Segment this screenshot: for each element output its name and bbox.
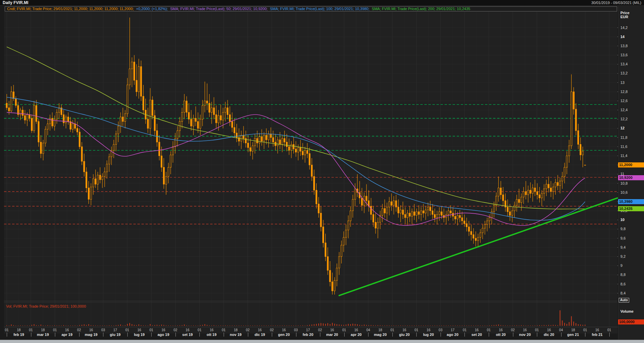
chart-canvas[interactable] (0, 0, 644, 343)
candle-body (33, 105, 35, 131)
x-month-label: lug 19 (134, 333, 145, 337)
price-tick-label: 11,6 (620, 145, 627, 149)
candle-body (99, 175, 101, 180)
candle-body (395, 201, 397, 207)
candle-body (500, 188, 502, 195)
x-month-label: giu 20 (399, 333, 410, 337)
candle-body (159, 142, 160, 156)
candle-body (42, 143, 44, 153)
candle-body (548, 184, 549, 188)
candle-body (234, 127, 235, 133)
candle-body (106, 164, 107, 172)
price-tick-label: 9 (620, 264, 622, 268)
x-month-separator (585, 333, 585, 337)
candle-body (11, 92, 12, 111)
x-day-tick: 16 (354, 328, 358, 332)
candle-body (131, 62, 133, 69)
candle-body (236, 133, 237, 138)
x-day-tick: 16 (523, 328, 527, 332)
price-tick-label: 12,8 (620, 90, 627, 94)
candle-body (339, 257, 340, 268)
candle-body (113, 145, 115, 151)
candle-body (90, 187, 92, 199)
legend-sma200: SMA; FVIR.MI; Trade Price(Last); 200; 29… (372, 7, 470, 11)
price-tick-label: 12,6 (620, 99, 627, 103)
candle-body (15, 99, 17, 105)
candle-body (45, 129, 46, 143)
price-tick-label: 8,6 (620, 282, 625, 286)
x-day-tick: 02 (173, 328, 177, 332)
candle-body (521, 197, 522, 202)
candle-body (52, 118, 53, 126)
price-axis-header: Price EUR (620, 11, 630, 19)
x-day-tick: 01 (342, 328, 346, 332)
candle-body (354, 189, 356, 199)
x-month-label: gen 21 (567, 333, 579, 337)
candle-body (31, 118, 32, 131)
candle-body (206, 101, 208, 103)
candle-body (418, 212, 420, 214)
candle-body (252, 146, 253, 151)
candle-body (84, 161, 85, 172)
auto-scale-button[interactable]: Auto (619, 298, 629, 303)
candle-body (297, 148, 299, 152)
candle-body (248, 143, 249, 148)
indicator-legend[interactable]: Cndl; FVIR.MI; Trade Price; 29/01/2021; … (5, 6, 617, 11)
candle-body (461, 218, 463, 221)
candle-body (491, 212, 492, 218)
candle-body (282, 138, 283, 145)
candle-body (200, 119, 201, 128)
candle-body (525, 192, 526, 195)
candle-body (352, 199, 353, 211)
candle-body (475, 238, 477, 241)
candle-body (473, 235, 474, 238)
candle-body (316, 190, 317, 204)
candle-body (373, 214, 374, 222)
candle-body (115, 134, 117, 144)
x-month-separator (296, 333, 296, 337)
candle-body (477, 237, 479, 241)
x-day-tick: 01 (150, 328, 153, 332)
candle-body (40, 142, 41, 154)
x-month-label: ago 19 (158, 333, 169, 337)
price-tick-label: 13,4 (620, 62, 627, 66)
x-month-label: dic 19 (255, 333, 265, 337)
candle-body (516, 199, 517, 206)
candle-body (407, 213, 408, 218)
date-range: 30/01/2019 - 09/03/2021 (MIL) (591, 1, 641, 5)
legend-change: +0,2000; (+1,82%); (136, 7, 168, 11)
candle-body (507, 207, 508, 212)
candle-body (202, 105, 203, 119)
x-day-tick: 01 (198, 328, 201, 332)
x-month-label: ott 20 (496, 333, 506, 337)
candle-body (325, 243, 326, 257)
x-day-tick: 01 (53, 328, 57, 332)
candle-body (455, 216, 456, 219)
x-day-tick: 03 (101, 328, 105, 332)
x-day-tick: 01 (463, 328, 466, 332)
candle-body (484, 224, 486, 228)
x-month-separator (55, 333, 55, 337)
last-price-badge: 11,2000 (618, 162, 644, 167)
candle-body (147, 119, 149, 128)
x-month-label: mag 20 (374, 333, 387, 337)
x-month-separator (464, 333, 465, 337)
candle-body (29, 115, 30, 118)
candle-body (464, 221, 465, 223)
candle-body (240, 135, 242, 141)
x-month-separator (127, 333, 128, 337)
price-tick-label: 12,4 (620, 108, 627, 112)
candle-body (120, 117, 121, 126)
candle-body (136, 80, 137, 92)
x-day-tick: 16 (89, 328, 93, 332)
price-tick-label: 13 (620, 81, 624, 85)
x-month-label: mar 20 (326, 333, 338, 337)
candle-body (437, 214, 438, 218)
candle-body (182, 112, 183, 121)
candle-body (382, 209, 383, 215)
horizontal-scrollbar[interactable] (0, 340, 644, 343)
candle-body (49, 118, 51, 124)
x-day-tick: 01 (607, 328, 611, 332)
x-month-label: feb 19 (13, 333, 24, 337)
candle-body (486, 221, 488, 224)
